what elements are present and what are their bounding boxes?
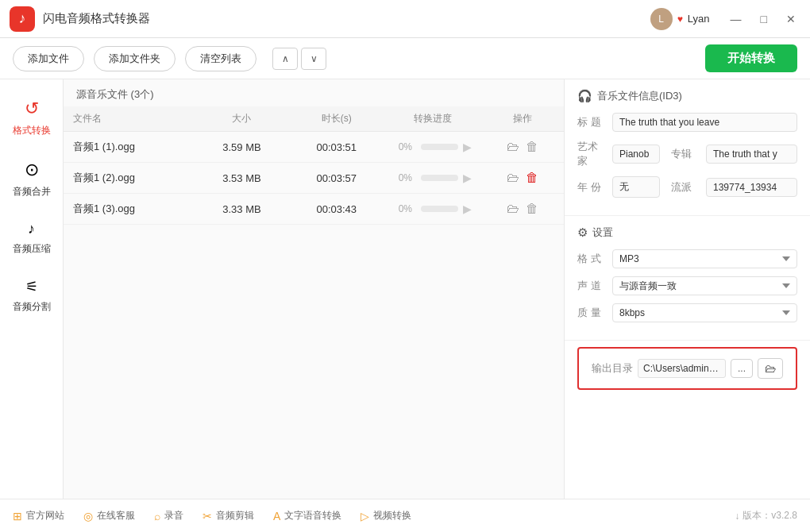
file-duration-1: 00:03:51: [288, 132, 384, 163]
genre-value[interactable]: 139774_13934: [706, 178, 797, 197]
year-value[interactable]: 无: [612, 176, 660, 198]
file-actions-2: 🗁 🗑: [481, 163, 564, 194]
audio-edit-icon: ✂: [202, 510, 212, 522]
album-label: 专辑: [671, 147, 700, 161]
version-text: 版本：v3.2.8: [742, 509, 797, 522]
file-list-header: 源音乐文件 (3个): [64, 79, 564, 106]
output-dots-button[interactable]: ...: [731, 359, 753, 378]
delete-icon-3[interactable]: 🗑: [526, 202, 538, 216]
file-duration-3: 00:03:43: [288, 194, 384, 225]
heart-icon: ♥: [677, 13, 683, 25]
file-progress-3: 0% ▶: [384, 194, 481, 225]
sidebar-item-audio-merge[interactable]: ⊙ 音频合并: [0, 148, 63, 210]
maximize-button[interactable]: □: [756, 11, 772, 27]
play-btn-2[interactable]: ▶: [463, 172, 472, 184]
delete-icon-2[interactable]: 🗑: [526, 171, 538, 185]
main-area: ↺ 格式转换 ⊙ 音频合并 ♪ 音频压缩 ⚟ 音频分割 源音乐文件 (3个) 文…: [0, 79, 810, 499]
sidebar-item-audio-split[interactable]: ⚟ 音频分割: [0, 267, 63, 325]
arrow-area: [565, 396, 810, 499]
file-name-2: 音频1 (2).ogg: [64, 163, 195, 194]
sidebar-item-format-convert[interactable]: ↺ 格式转换: [0, 87, 63, 148]
folder-open-icon: 🗁: [765, 362, 776, 375]
file-actions-1: 🗁 🗑: [481, 132, 564, 163]
sidebar-label-audio-compress: 音频压缩: [13, 242, 51, 256]
sidebar-item-audio-compress[interactable]: ♪ 音频压缩: [0, 210, 63, 267]
file-size-2: 3.53 MB: [195, 163, 289, 194]
download-icon: ↓: [735, 511, 739, 522]
artist-label: 艺术家: [577, 140, 606, 168]
add-folder-button[interactable]: 添加文件夹: [94, 46, 176, 71]
artist-value[interactable]: Pianob: [612, 145, 660, 164]
username: Lyan: [688, 13, 710, 25]
title-row: 标 题 The truth that you leave: [577, 113, 797, 132]
bottombar-item-tts[interactable]: A 文字语音转换: [273, 509, 341, 522]
col-size: 大小: [195, 106, 289, 132]
output-label: 输出目录: [592, 361, 633, 376]
format-select[interactable]: MP3 AAC WAV FLAC OGG: [612, 249, 797, 268]
clear-list-button[interactable]: 清空列表: [185, 46, 256, 71]
quality-row: 质 量 8kbps 128kbps 192kbps 320kbps: [577, 303, 797, 322]
output-row: 输出目录 C:\Users\admin\Desktc ... 🗁: [577, 347, 797, 390]
year-row: 年 份 无 流派 139774_13934: [577, 176, 797, 198]
record-icon: ⌕: [154, 510, 160, 522]
bottombar-item-support[interactable]: ◎ 在线客服: [83, 509, 135, 522]
logo-icon: ♪: [19, 10, 26, 27]
support-icon: ◎: [83, 510, 93, 522]
up-arrow-button[interactable]: ∧: [272, 48, 298, 70]
file-name-3: 音频1 (3).ogg: [64, 194, 195, 225]
video-label: 视频转换: [373, 509, 411, 522]
title-value[interactable]: The truth that you leave: [612, 113, 797, 132]
delete-icon-1[interactable]: 🗑: [526, 140, 538, 154]
user-info: L ♥ Lyan: [650, 8, 710, 30]
start-convert-button[interactable]: 开始转换: [705, 44, 797, 72]
close-button[interactable]: ✕: [781, 11, 800, 27]
add-file-button[interactable]: 添加文件: [13, 46, 84, 71]
col-filename: 文件名: [64, 106, 195, 132]
website-label: 官方网站: [26, 509, 64, 522]
format-label: 格 式: [577, 252, 606, 266]
file-size-3: 3.33 MB: [195, 194, 289, 225]
minimize-button[interactable]: —: [726, 11, 746, 27]
table-row: 音频1 (2).ogg 3.53 MB 00:03:57 0% ▶: [64, 163, 564, 194]
channel-row: 声 道 与源音频一致 单声道 立体声: [577, 276, 797, 295]
quality-select[interactable]: 8kbps 128kbps 192kbps 320kbps: [612, 303, 797, 322]
bottombar-item-website[interactable]: ⊞ 官方网站: [13, 509, 64, 522]
tts-icon: A: [273, 510, 280, 522]
folder-icon-3[interactable]: 🗁: [507, 202, 519, 216]
settings-section: ⚙ 设置 格 式 MP3 AAC WAV FLAC OGG 声 道 与源音频一致…: [565, 216, 810, 341]
version-info: ↓ 版本：v3.2.8: [735, 509, 797, 522]
titlebar: ♪ 闪电音频格式转换器 L ♥ Lyan — □ ✕: [0, 0, 810, 38]
website-icon: ⊞: [13, 510, 22, 522]
content-area: 源音乐文件 (3个) 文件名 大小 时长(s) 转换进度 操作 音频1 (1).…: [64, 79, 564, 499]
artist-row: 艺术家 Pianob 专辑 The truth that y: [577, 140, 797, 168]
play-btn-3[interactable]: ▶: [463, 202, 472, 215]
folder-icon-2[interactable]: 🗁: [507, 171, 519, 185]
sidebar-label-audio-split: 音频分割: [13, 300, 51, 314]
bottombar-item-audio-edit[interactable]: ✂ 音频剪辑: [202, 509, 254, 522]
audio-merge-icon: ⊙: [25, 160, 39, 180]
video-icon: ▷: [361, 510, 369, 522]
output-folder-button[interactable]: 🗁: [758, 358, 783, 379]
sidebar-label-format-convert: 格式转换: [13, 124, 51, 137]
play-btn-1[interactable]: ▶: [463, 141, 472, 153]
bottombar: ⊞ 官方网站 ◎ 在线客服 ⌕ 录音 ✂ 音频剪辑 A 文字语音转换 ▷ 视频转…: [0, 499, 810, 532]
record-label: 录音: [164, 509, 183, 522]
file-duration-2: 00:03:57: [288, 163, 384, 194]
audio-edit-label: 音频剪辑: [216, 509, 254, 522]
output-path: C:\Users\admin\Desktc: [638, 359, 726, 378]
nav-arrows: ∧ ∨: [272, 48, 326, 70]
file-actions-3: 🗁 🗑: [481, 194, 564, 225]
bottombar-item-record[interactable]: ⌕ 录音: [154, 509, 183, 522]
col-progress: 转换进度: [384, 106, 481, 132]
headphone-icon: 🎧: [577, 89, 592, 103]
audio-compress-icon: ♪: [28, 221, 35, 237]
music-info-section: 🎧 音乐文件信息(ID3) 标 题 The truth that you lea…: [565, 79, 810, 216]
channel-select[interactable]: 与源音频一致 单声道 立体声: [612, 276, 797, 295]
folder-icon-1[interactable]: 🗁: [507, 140, 519, 154]
album-value[interactable]: The truth that y: [706, 145, 797, 164]
bottombar-item-video[interactable]: ▷ 视频转换: [361, 509, 411, 522]
down-arrow-button[interactable]: ∨: [301, 48, 326, 70]
format-row: 格 式 MP3 AAC WAV FLAC OGG: [577, 249, 797, 268]
file-size-1: 3.59 MB: [195, 132, 289, 163]
table-row: 音频1 (3).ogg 3.33 MB 00:03:43 0% ▶: [64, 194, 564, 225]
